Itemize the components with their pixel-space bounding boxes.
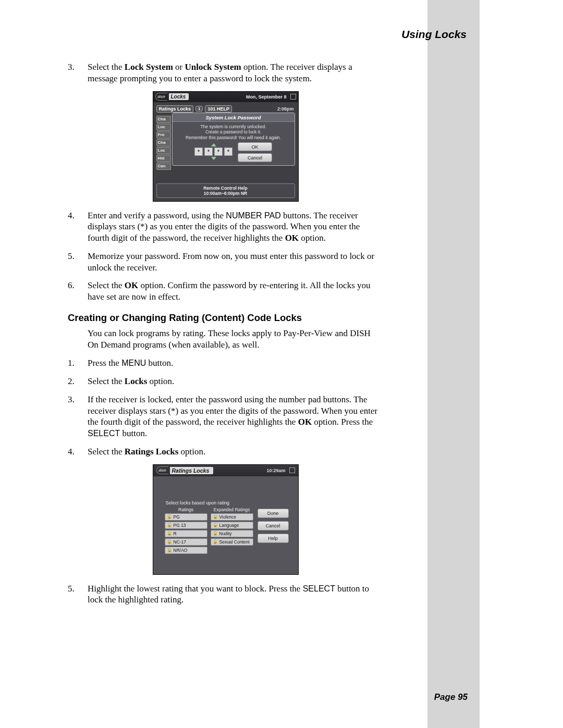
lock-icon: 🔒 — [213, 514, 218, 519]
help-button[interactable]: Help — [258, 534, 289, 543]
text: option. — [178, 447, 205, 456]
ratings-column: Ratings 🔓PG 🔒PG 13 🔒R 🔒NC-17 🔒NR/AO — [165, 507, 207, 555]
rating-option-pg[interactable]: 🔓PG — [165, 513, 207, 521]
digit-box[interactable]: * — [204, 147, 213, 156]
button-ref-select: SELECT — [88, 429, 120, 438]
text: button. — [120, 428, 147, 438]
lock-icon: 🔒 — [167, 548, 172, 552]
step-5: 5. Highlight the lowest rating that you … — [68, 583, 383, 606]
digit-box[interactable]: * — [214, 147, 223, 156]
bold-lock-system: Lock System — [125, 62, 173, 72]
action-buttons: Done Cancel Help — [258, 509, 289, 543]
section-heading: Creating or Changing Rating (Content) Co… — [68, 312, 383, 324]
column-header: Expanded Ratings — [211, 507, 253, 512]
side-tab[interactable]: Cha — [156, 139, 171, 146]
clock-label: 10:29am — [266, 468, 285, 473]
rating-option-sexual-content[interactable]: 🔓Sexual Content — [211, 538, 253, 546]
ok-button[interactable]: OK — [238, 142, 272, 151]
section-intro: You can lock programs by rating. These l… — [88, 328, 383, 351]
step-3: 3. Select the Lock System or Unlock Syst… — [68, 61, 383, 84]
rating-option-nudity[interactable]: 🔓Nudity — [211, 530, 253, 537]
side-tab[interactable]: Cha — [156, 116, 171, 123]
text: Memorize your password. From now on, you… — [88, 251, 374, 273]
step-3: 3. If the receiver is locked, enter the … — [68, 394, 383, 439]
rating-option-nc17[interactable]: 🔒NC-17 — [165, 538, 207, 546]
step-1: 1. Press the MENU button. — [68, 357, 383, 369]
arrow-up-icon — [211, 143, 216, 146]
bold-unlock-system: Unlock System — [185, 62, 241, 72]
button-ref-select: SELECT — [303, 584, 335, 593]
columns: Ratings 🔓PG 🔒PG 13 🔒R 🔒NC-17 🔒NR/AO Expa… — [165, 507, 253, 555]
text: Highlight the lowest rating that you wan… — [88, 584, 303, 594]
expanded-column: Expanded Ratings 🔒Violence 🔓Language 🔓Nu… — [211, 507, 253, 555]
page-header: Using Locks — [401, 28, 467, 41]
rating-option-r[interactable]: 🔒R — [165, 530, 207, 537]
clock-label: 2:06pm — [277, 106, 295, 112]
digit-box[interactable]: * — [224, 147, 232, 156]
text: Select the — [88, 280, 125, 290]
side-tab[interactable]: Fro — [156, 131, 171, 139]
rating-option-nrao[interactable]: 🔒NR/AO — [165, 547, 207, 554]
text: button. — [146, 358, 173, 368]
password-input[interactable]: * * * * — [194, 143, 232, 160]
rating-option-language[interactable]: 🔓Language — [211, 522, 253, 529]
password-dialog: System Lock Password The system is curre… — [172, 113, 295, 166]
steps-list-1: 3. Select the Lock System or Unlock Syst… — [68, 61, 383, 84]
rating-option-violence[interactable]: 🔒Violence — [211, 513, 253, 521]
side-tab[interactable]: Can — [156, 163, 171, 170]
lock-open-icon: 🔓 — [167, 514, 172, 519]
bold-ok: OK — [285, 233, 299, 243]
steps-list-1b: 4. Enter and verify a password, using th… — [68, 210, 383, 303]
msg-line: Create a password to lock it. — [176, 129, 291, 135]
text: option. — [299, 233, 326, 243]
label: Nudity — [219, 531, 232, 536]
label: Violence — [219, 514, 236, 520]
steps-list-2b: 5. Highlight the lowest rating that you … — [68, 583, 383, 606]
cancel-button[interactable]: Cancel — [258, 521, 289, 530]
dialog-buttons: OK Cancel — [238, 142, 272, 162]
screenshot-system-lock-password: dish Locks Mon, September 8 Ratings Lock… — [153, 91, 299, 202]
calendar-icon — [289, 467, 295, 473]
step-4: 4. Enter and verify a password, using th… — [68, 210, 383, 244]
dish-logo: dish — [156, 466, 168, 474]
dialog-body: * * * * OK Cancel — [173, 142, 295, 162]
label: PG — [174, 514, 180, 520]
bold-locks: Locks — [125, 376, 147, 386]
label: NR/AO — [174, 548, 188, 553]
panel-heading: Select locks based upon rating — [166, 500, 253, 505]
label: Sexual Content — [219, 539, 250, 545]
step-number: 4. — [68, 210, 75, 221]
side-tab[interactable]: Hid — [156, 155, 171, 162]
steps-list-2: 1. Press the MENU button. 2. Select the … — [68, 357, 383, 457]
text: option. Press the — [312, 417, 373, 427]
lock-icon: 🔒 — [167, 539, 172, 544]
screenshot-ratings-locks: dish Ratings Locks 10:29am Select locks … — [153, 464, 299, 575]
step-number: 2. — [68, 376, 75, 387]
msg-line: Remember this password! You will need it… — [176, 135, 291, 141]
side-tab[interactable]: Loc — [156, 124, 171, 131]
status-row: Ratings Locks 1 101 HELP 2:06pm — [156, 105, 295, 113]
text: option. — [147, 376, 174, 386]
done-button[interactable]: Done — [258, 509, 289, 518]
page-footer: Page 95 — [434, 692, 468, 702]
step-number: 3. — [68, 61, 75, 73]
rating-option-pg13[interactable]: 🔒PG 13 — [165, 522, 207, 529]
dialog-message: The system is currently unlocked. Create… — [173, 122, 295, 143]
label: NC-17 — [174, 539, 187, 545]
page: Using Locks Page 95 3. Select the Lock S… — [0, 0, 563, 728]
step-number: 4. — [68, 446, 75, 458]
password-digits: * * * * — [194, 147, 232, 156]
text: Select the — [88, 376, 125, 386]
ratings-locks-pill[interactable]: Ratings Locks — [156, 105, 194, 113]
msg-line: The system is currently unlocked. — [176, 124, 291, 130]
content: 3. Select the Lock System or Unlock Syst… — [68, 61, 383, 612]
digit-box[interactable]: * — [194, 147, 203, 156]
cancel-button[interactable]: Cancel — [238, 153, 272, 162]
side-tabs: Cha Loc Fro Cha Loc Hid Can — [156, 116, 171, 170]
side-tab[interactable]: Loc — [156, 147, 171, 154]
step-2: 2. Select the Locks option. — [68, 376, 383, 387]
column-header: Ratings — [165, 507, 207, 512]
step-5: 5. Memorize your password. From now on, … — [68, 251, 383, 274]
footer-line: Remote Control Help — [157, 186, 295, 191]
dialog-title: System Lock Password — [173, 113, 295, 122]
